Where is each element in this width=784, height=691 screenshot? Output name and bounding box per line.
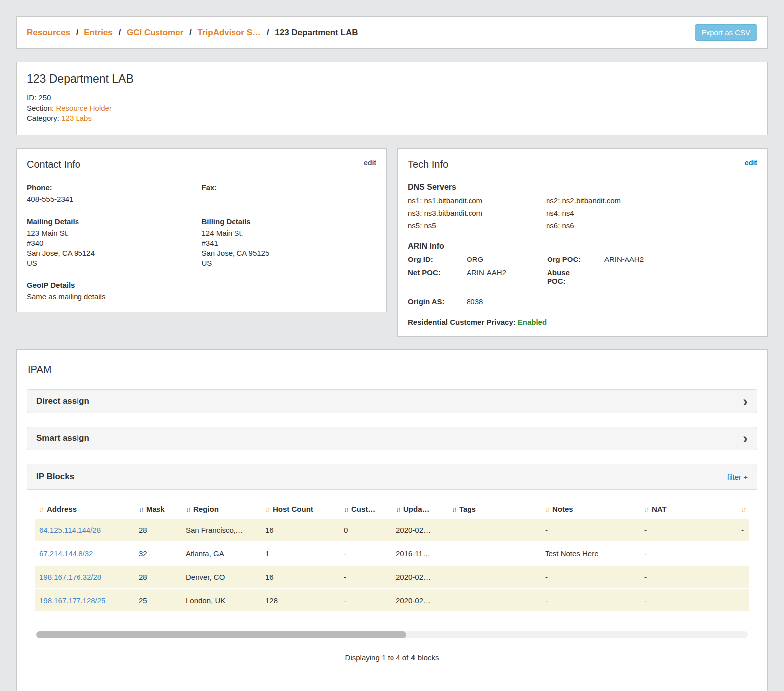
column-header-updated[interactable]: ↓↑Upda… bbox=[392, 499, 448, 519]
cell-clipped: - bbox=[737, 519, 749, 542]
cell-mask: 25 bbox=[135, 589, 182, 612]
org-id-label: Org ID: bbox=[408, 255, 467, 263]
dns-value: ns6 bbox=[562, 221, 574, 230]
column-header-notes[interactable]: ↓↑Notes bbox=[541, 499, 640, 519]
sort-icon: ↓↑ bbox=[344, 506, 348, 513]
contact-info-title: Contact Info bbox=[27, 159, 80, 170]
breadcrumb-current: 123 Department LAB bbox=[275, 28, 358, 37]
breadcrumb-bar: Resources / Entries / GCI Customer / Tri… bbox=[16, 16, 768, 49]
contact-grid: Phone: 408-555-2341 Fax: Mailing Details… bbox=[27, 183, 376, 302]
privacy-label: Residential Customer Privacy: bbox=[408, 318, 516, 326]
column-header-region[interactable]: ↓↑Region bbox=[182, 499, 261, 519]
sort-icon: ↓↑ bbox=[139, 506, 143, 513]
sort-icon: ↓↑ bbox=[644, 506, 648, 513]
dns-servers-title: DNS Servers bbox=[408, 183, 757, 192]
breadcrumb-separator: / bbox=[267, 28, 269, 37]
net-poc-label: Net POC: bbox=[408, 268, 467, 285]
breadcrumb-link-tripadvisor[interactable]: TripAdvisor S… bbox=[197, 28, 261, 37]
contact-edit-link[interactable]: edit bbox=[364, 159, 376, 167]
cell-host-count: 1 bbox=[261, 542, 340, 565]
cell-notes: - bbox=[541, 565, 640, 589]
resource-id-value: 250 bbox=[38, 93, 51, 102]
page: Resources / Entries / GCI Customer / Tri… bbox=[0, 0, 784, 691]
breadcrumb-link-entries[interactable]: Entries bbox=[84, 28, 113, 37]
resource-category-link[interactable]: 123 Labs bbox=[61, 114, 92, 122]
billing-line: US bbox=[202, 259, 377, 268]
cell-tags bbox=[448, 519, 541, 542]
cell-nat: - bbox=[640, 589, 737, 612]
pagination-total: 4 bbox=[411, 653, 415, 662]
column-header-tags[interactable]: ↓↑Tags bbox=[448, 499, 541, 519]
dns-entry: ns2: ns2.bitbandit.com bbox=[546, 196, 757, 205]
ip-blocks-title: IP Blocks bbox=[36, 472, 74, 482]
breadcrumb-link-gci-customer[interactable]: GCI Customer bbox=[127, 28, 183, 37]
ip-block-link[interactable]: 198.167.177.128/25 bbox=[39, 596, 105, 605]
column-header-host-count[interactable]: ↓↑Host Count bbox=[261, 499, 340, 519]
column-header-address[interactable]: ↓↑Address bbox=[35, 499, 135, 519]
dns-entry: ns4: ns4 bbox=[546, 209, 757, 217]
direct-assign-toggle[interactable]: Direct assign › bbox=[27, 389, 757, 413]
ip-block-link[interactable]: 64.125.114.144/28 bbox=[39, 526, 101, 534]
billing-line: 124 Main St. bbox=[202, 228, 377, 238]
column-label: Address bbox=[47, 505, 77, 513]
cell-host-count: 128 bbox=[261, 589, 340, 612]
mailing-details-block: Mailing Details 123 Main St. #340 San Jo… bbox=[27, 217, 202, 268]
dns-label: ns4: bbox=[546, 209, 560, 217]
table-row: 64.125.114.144/28 28 San Francisco,… 16 … bbox=[35, 519, 749, 542]
cell-tags bbox=[448, 565, 541, 589]
column-header-mask[interactable]: ↓↑Mask bbox=[135, 499, 182, 519]
column-header-nat[interactable]: ↓↑NAT bbox=[640, 499, 737, 519]
dns-label: ns1: bbox=[408, 196, 422, 205]
breadcrumb-separator: / bbox=[189, 28, 192, 37]
ip-blocks-header: IP Blocks filter + bbox=[27, 464, 757, 490]
cell-cust: 0 bbox=[340, 519, 392, 542]
dns-entry: ns1: ns1.bitbandit.com bbox=[408, 196, 546, 205]
abuse-poc-value bbox=[604, 268, 757, 285]
tech-info-header: Tech Info edit bbox=[408, 159, 757, 170]
dns-value: ns3.bitbandit.com bbox=[424, 209, 483, 217]
cell-cust: - bbox=[340, 589, 392, 612]
resource-section-line: Section: Resource Holder bbox=[27, 103, 757, 114]
export-csv-button[interactable]: Export as CSV bbox=[695, 24, 757, 41]
resource-section-link[interactable]: Resource Holder bbox=[56, 104, 112, 112]
cell-tags bbox=[448, 542, 541, 565]
column-header-cust[interactable]: ↓↑Cust… bbox=[340, 499, 392, 519]
ipam-panel: IPAM Direct assign › Smart assign › IP B… bbox=[16, 349, 768, 691]
column-header-clipped[interactable]: ↓↑ bbox=[737, 499, 749, 519]
ip-block-link[interactable]: 198.167.176.32/28 bbox=[39, 573, 101, 581]
cell-nat: - bbox=[640, 565, 737, 589]
ip-block-link[interactable]: 67.214.144.8/32 bbox=[39, 549, 93, 558]
filter-toggle[interactable]: filter + bbox=[727, 473, 748, 481]
table-row: 198.167.176.32/28 28 Denver, CO 16 - 202… bbox=[35, 565, 749, 589]
horizontal-scrollbar[interactable] bbox=[36, 631, 748, 638]
resource-id-line: ID: 250 bbox=[27, 93, 757, 103]
fax-block: Fax: bbox=[202, 183, 377, 205]
column-label: Notes bbox=[552, 505, 573, 513]
cell-nat: - bbox=[640, 519, 737, 542]
sort-icon: ↓↑ bbox=[545, 506, 549, 513]
sort-icon: ↓↑ bbox=[452, 506, 456, 513]
cell-clipped bbox=[737, 542, 749, 565]
smart-assign-toggle[interactable]: Smart assign › bbox=[27, 427, 757, 450]
table-row: 198.167.177.128/25 25 London, UK 128 - 2… bbox=[35, 589, 749, 612]
phone-value: 408-555-2341 bbox=[27, 194, 202, 204]
scrollbar-thumb[interactable] bbox=[36, 631, 406, 638]
resource-section-label: Section: bbox=[27, 104, 54, 112]
column-label: Upda… bbox=[403, 505, 430, 513]
cell-mask: 28 bbox=[135, 565, 182, 589]
resource-header-panel: 123 Department LAB ID: 250 Section: Reso… bbox=[16, 62, 768, 135]
column-label: Tags bbox=[459, 505, 476, 513]
column-label: Host Count bbox=[273, 505, 313, 513]
sort-icon: ↓↑ bbox=[396, 506, 400, 513]
column-label: Region bbox=[193, 505, 219, 513]
mailing-line: US bbox=[27, 259, 202, 268]
resource-category-label: Category: bbox=[27, 114, 59, 122]
dns-label: ns5: bbox=[408, 221, 422, 230]
tech-edit-link[interactable]: edit bbox=[745, 159, 757, 167]
table-row: 67.214.144.8/32 32 Atlanta, GA 1 - 2016-… bbox=[35, 542, 749, 565]
geoip-details-block: GeoIP Details Same as mailing details bbox=[27, 280, 202, 302]
breadcrumb-link-resources[interactable]: Resources bbox=[27, 28, 70, 37]
org-id-value: ORG bbox=[467, 255, 547, 263]
resource-id-label: ID: bbox=[27, 93, 36, 102]
dns-value: ns1.bitbandit.com bbox=[424, 196, 483, 205]
